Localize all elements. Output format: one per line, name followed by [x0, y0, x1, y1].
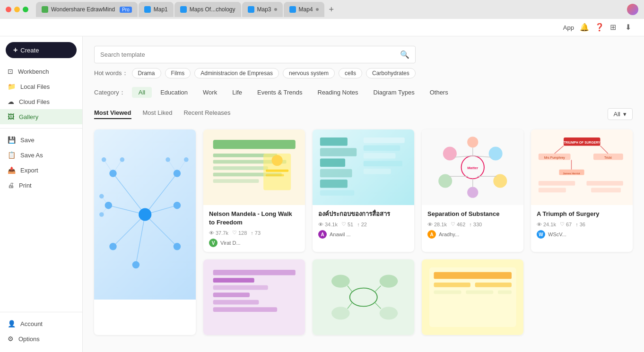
tab-map4[interactable]: Map4	[284, 2, 324, 17]
gallery-icon: 🖼	[8, 113, 14, 120]
card-thumb-extra-2	[313, 259, 414, 335]
hot-tag-nervous[interactable]: nervous system	[283, 68, 335, 78]
hot-tag-cells[interactable]: cells	[339, 68, 362, 78]
cat-btn-life[interactable]: Life	[226, 87, 249, 98]
svg-rect-29	[213, 166, 268, 170]
search-input[interactable]	[100, 51, 400, 58]
sidebar-item-workbench[interactable]: ⊡ Workbench	[0, 64, 82, 79]
sort-most-liked[interactable]: Most Liked	[143, 109, 173, 119]
sidebar-divider	[0, 128, 82, 129]
mindmap-svg-1	[99, 138, 191, 291]
card-stats-4: 👁 28.1k ♡ 462 ↑ 330	[427, 221, 518, 227]
main-layout: + Create ⊡ Workbench 📁 Local Files ☁ Clo…	[0, 36, 644, 352]
window-controls[interactable]	[6, 7, 28, 12]
cat-btn-events[interactable]: Events & Trends	[251, 87, 309, 98]
svg-point-19	[132, 261, 139, 268]
hot-tag-empresas[interactable]: Administracion de Empresas	[194, 68, 279, 78]
map3-icon	[248, 6, 254, 13]
hot-tag-films[interactable]: Films	[165, 68, 191, 78]
sidebar-item-save-as[interactable]: 📋 Save As	[0, 147, 82, 163]
tab-map3[interactable]: Map3	[242, 2, 283, 17]
mindmap-extra-2	[318, 263, 409, 331]
shares-stat-3: ↑ 22	[357, 222, 367, 227]
svg-text:Tricki: Tricki	[604, 156, 612, 159]
svg-point-85	[331, 307, 350, 320]
svg-line-67	[554, 146, 563, 154]
grid-icon[interactable]: ⊞	[610, 23, 619, 32]
maximize-button[interactable]	[23, 7, 28, 12]
search-icon[interactable]: 🔍	[400, 50, 409, 59]
filter-label: All	[614, 111, 620, 118]
cat-btn-others[interactable]: Others	[423, 87, 455, 98]
sidebar-label-cloud-files: Cloud Files	[19, 98, 50, 105]
account-icon: 👤	[8, 320, 16, 327]
mindmap-extra-1	[209, 263, 300, 331]
card-thumb-extra-1	[203, 259, 305, 335]
share-icon[interactable]: ⬇	[625, 23, 635, 32]
filter-dropdown[interactable]: All ▾	[608, 108, 633, 120]
cat-btn-work[interactable]: Work	[196, 87, 224, 98]
hot-tag-drama[interactable]: Drama	[132, 68, 161, 78]
maps-icon	[180, 6, 187, 13]
edrawmind-icon	[42, 6, 48, 13]
card-author-5: W WScV...	[537, 230, 627, 239]
sort-recent[interactable]: Recent Releases	[183, 109, 230, 119]
card-thai[interactable]: องค์ประกอบของการสื่อสาร 👁 34.1k ♡ 51 ↑ 2…	[313, 129, 414, 252]
cat-btn-diagram-types[interactable]: Diagram Types	[367, 87, 421, 98]
svg-rect-39	[320, 169, 352, 177]
sort-most-viewed[interactable]: Most Viewed	[94, 109, 131, 119]
svg-rect-38	[320, 159, 345, 167]
tab-maps-chology[interactable]: Maps Of...chology	[174, 2, 241, 17]
card-large-mindmap[interactable]	[94, 129, 196, 335]
bell-icon[interactable]: 🔔	[580, 23, 589, 32]
svg-line-90	[375, 303, 381, 309]
hot-tag-carbohydrates[interactable]: Carbohydrates	[366, 68, 416, 78]
sidebar-item-print[interactable]: 🖨 Print	[0, 178, 82, 193]
sidebar-item-export[interactable]: 📤 Export	[0, 163, 82, 178]
titlebar: Wondershare EdrawMind Pro Map1 Maps Of..…	[0, 0, 644, 19]
card-extra-2[interactable]	[313, 259, 414, 335]
sidebar-item-local-files[interactable]: 📁 Local Files	[0, 79, 82, 94]
svg-line-0	[113, 173, 145, 215]
card-title-5: A Triumph of Surgery	[537, 210, 627, 218]
sidebar-item-gallery[interactable]: 🖼 Gallery	[0, 109, 82, 124]
card-title-3: องค์ประกอบของการสื่อสาร	[318, 210, 409, 218]
svg-point-86	[379, 307, 398, 320]
app-label[interactable]: App	[563, 24, 574, 31]
mindmap-svg-5: TRIUMPH OF SURGERY Mrs Pumphrey Tricki J…	[536, 133, 628, 201]
likes-stat-3: ♡ 51	[341, 221, 353, 227]
card-separation[interactable]: Matter Separation of Substance 👁 28.1k ♡…	[422, 129, 523, 252]
sort-row: Most Viewed Most Liked Recent Releases A…	[94, 108, 633, 120]
help-icon[interactable]: ❓	[595, 23, 604, 32]
card-body-5: A Triumph of Surgery 👁 24.1k ♡ 67 ↑ 36 W…	[531, 205, 633, 243]
svg-line-89	[348, 303, 352, 309]
sidebar-item-save[interactable]: 💾 Save	[0, 132, 82, 147]
tab-map1[interactable]: Map1	[139, 2, 174, 17]
cat-btn-all[interactable]: All	[132, 87, 152, 98]
sidebar-item-cloud-files[interactable]: ☁ Cloud Files	[0, 94, 82, 109]
svg-point-22	[165, 157, 170, 162]
card-nelson-mandela[interactable]: Nelson Mandela - Long Walk to Freedom 👁 …	[203, 129, 305, 252]
svg-point-15	[104, 202, 112, 209]
user-avatar[interactable]	[627, 4, 638, 15]
card-extra-3[interactable]	[422, 259, 523, 335]
minimize-button[interactable]	[14, 7, 20, 12]
svg-text:Mrs Pumphrey: Mrs Pumphrey	[544, 156, 565, 160]
map1-icon	[144, 6, 151, 13]
card-surgery[interactable]: TRIUMPH OF SURGERY Mrs Pumphrey Tricki J…	[531, 129, 633, 252]
cat-btn-education[interactable]: Education	[154, 87, 194, 98]
create-button[interactable]: + Create	[6, 42, 77, 58]
top-toolbar: App 🔔 ❓ ⊞ ⬇	[0, 19, 644, 36]
cat-btn-reading-notes[interactable]: Reading Notes	[311, 87, 365, 98]
tab-edrawmind[interactable]: Wondershare EdrawMind Pro	[36, 2, 138, 17]
close-button[interactable]	[6, 7, 11, 12]
save-as-icon: 📋	[8, 151, 16, 159]
sidebar-divider-2	[0, 312, 82, 312]
sidebar-item-account[interactable]: 👤 Account	[0, 316, 82, 331]
card-extra-1[interactable]	[203, 259, 305, 335]
content-area: 🔍 Hot words： Drama Films Administracion …	[83, 36, 644, 352]
author-avatar-3: A	[318, 230, 327, 239]
sidebar-item-options[interactable]: ⚙ Options	[0, 331, 82, 346]
new-tab-button[interactable]: +	[325, 5, 338, 15]
tab-label: Map1	[154, 6, 168, 13]
